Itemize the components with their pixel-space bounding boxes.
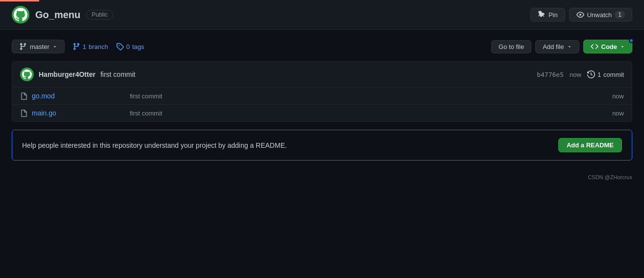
table-row: go.mod first commit now (12, 88, 632, 105)
add-readme-button[interactable]: Add a README (558, 138, 622, 152)
add-file-button[interactable]: Add file (535, 40, 579, 53)
main-content: master 1 branch 0 tags (0, 30, 644, 170)
branches-count: 1 (83, 43, 86, 50)
top-bar: Go_menu Public Pin Unwatch 1 (0, 0, 644, 30)
commit-header: Hamburger4Otter first commit b4776e5 now… (12, 62, 632, 88)
ref-bar-right: Go to file Add file Code (491, 40, 632, 53)
footer-text: CSDN @ZHorcrux (588, 174, 632, 180)
code-notification-dot (629, 38, 634, 43)
readme-suggestion: Help people interested in this repositor… (12, 130, 632, 161)
pin-label: Pin (549, 11, 558, 19)
commit-message: first commit (100, 70, 136, 78)
go-to-file-button[interactable]: Go to file (491, 40, 531, 53)
public-badge: Public (86, 10, 113, 20)
repo-title: Go_menu Public (12, 6, 113, 23)
ref-bar-left: master 1 branch 0 tags (12, 40, 144, 53)
tags-count: 0 (126, 43, 130, 50)
commit-author: Hamburger4Otter (39, 70, 95, 78)
tags-link[interactable]: 0 tags (116, 43, 144, 50)
ref-bar: master 1 branch 0 tags (12, 40, 632, 53)
branch-name: master (30, 43, 49, 50)
branches-link[interactable]: 1 branch (72, 43, 108, 50)
unwatch-count: 1 (615, 11, 625, 19)
file-icon-0 (20, 92, 32, 100)
history-icon (587, 70, 595, 78)
commits-count-link[interactable]: 1 commit (587, 70, 624, 78)
pin-button[interactable]: Pin (530, 8, 565, 22)
file-name-1[interactable]: main.go (32, 109, 130, 117)
commit-time: now (570, 71, 581, 78)
table-row: main.go first commit now (12, 105, 632, 121)
repo-name: Go_menu (35, 9, 80, 21)
code-button[interactable]: Code (583, 40, 633, 53)
pin-icon (538, 11, 546, 19)
file-time-0: now (612, 93, 624, 100)
branch-selector[interactable]: master (12, 40, 65, 53)
file-icon-1 (20, 109, 32, 117)
commit-header-left: Hamburger4Otter first commit (20, 68, 135, 81)
tag-icon (116, 43, 124, 50)
file-commit-msg-1: first commit (130, 110, 612, 117)
repo-file-box: Hamburger4Otter first commit b4776e5 now… (12, 61, 632, 122)
add-file-label: Add file (543, 43, 564, 50)
file-time-1: now (612, 110, 624, 117)
branches-label: branch (89, 43, 108, 50)
commits-count: 1 (597, 71, 601, 78)
eye-icon (576, 11, 584, 19)
top-actions: Pin Unwatch 1 (530, 8, 632, 22)
git-branch-small-icon (72, 43, 80, 50)
unwatch-label: Unwatch (587, 11, 612, 19)
go-to-file-label: Go to file (499, 43, 524, 50)
avatar (12, 6, 29, 23)
commit-avatar (20, 68, 34, 81)
commit-hash: b4776e5 (537, 71, 564, 78)
tags-label: tags (132, 43, 144, 50)
commit-header-right: b4776e5 now 1 commit (537, 70, 624, 78)
code-label: Code (601, 43, 618, 50)
git-branch-icon (19, 43, 27, 50)
add-file-chevron-icon (567, 44, 572, 49)
code-chevron-icon (620, 44, 625, 49)
code-icon (591, 43, 598, 50)
commits-label: commit (603, 71, 624, 78)
footer: CSDN @ZHorcrux (0, 170, 644, 184)
file-commit-msg-0: first commit (130, 93, 612, 100)
chevron-icon (52, 44, 57, 49)
readme-text: Help people interested in this repositor… (22, 141, 287, 149)
unwatch-button[interactable]: Unwatch 1 (569, 8, 632, 22)
file-name-0[interactable]: go.mod (32, 92, 130, 100)
